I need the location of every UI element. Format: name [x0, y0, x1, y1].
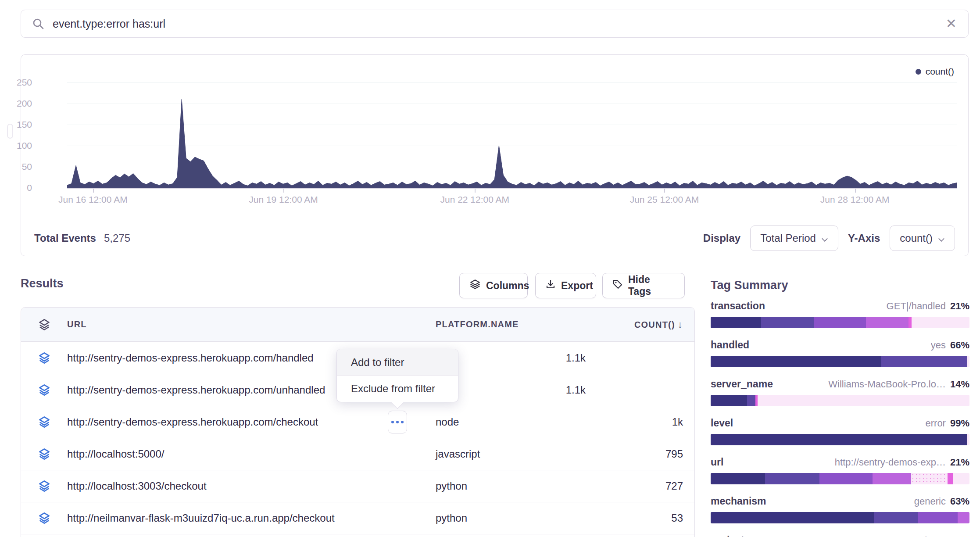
column-header-count[interactable]: COUNT()↓	[595, 319, 683, 330]
tag-bar-segment[interactable]	[747, 395, 755, 406]
tag-bar-segment[interactable]	[761, 317, 814, 328]
tag-bar-segment[interactable]	[711, 317, 761, 328]
table-row: http://neilmanvar-flask-m3uuizd7iq-uc.a.…	[21, 502, 694, 534]
count-cell[interactable]: 795	[595, 448, 683, 460]
tag-bar-segment[interactable]	[912, 317, 969, 328]
tag-bar-segment[interactable]	[908, 317, 912, 328]
platform-cell[interactable]: javascript	[436, 448, 595, 460]
url-cell[interactable]: http://sentry-demos-express.herokuapp.co…	[67, 352, 338, 364]
cell-actions-button[interactable]	[388, 411, 407, 433]
tag-bar-segment[interactable]	[967, 434, 969, 445]
x-axis-line	[67, 188, 957, 189]
tag-bar-segment[interactable]	[765, 473, 819, 484]
tag-bar-segment[interactable]	[711, 512, 874, 523]
count-header-label: COUNT()	[634, 320, 675, 329]
tag-distribution-bar[interactable]	[711, 317, 969, 328]
area-chart[interactable]	[67, 82, 957, 188]
url-cell[interactable]: http://localhost:5000/	[67, 448, 436, 460]
menu-item-add-to-filter[interactable]: Add to filter	[337, 349, 458, 376]
search-input[interactable]	[53, 18, 946, 30]
count-cell[interactable]: 1k	[595, 416, 683, 428]
tag-top-value: Williams-MacBook-Pro.lo…	[828, 379, 946, 390]
tag-bar-segment[interactable]	[819, 473, 873, 484]
tag-block: handledyes66%	[711, 339, 969, 367]
tag-top-percent: 21%	[950, 457, 969, 468]
tag-bar-segment[interactable]	[711, 473, 765, 484]
tag-bar-segment[interactable]	[948, 473, 953, 484]
tag-block: urlhttp://sentry-demos-exp…21%	[711, 456, 969, 484]
columns-button-label: Columns	[486, 280, 529, 292]
tag-top-percent: 21%	[950, 301, 969, 312]
display-dropdown[interactable]: Total Period	[750, 226, 838, 251]
x-tick-label: Jun 16 12:00 AM	[58, 194, 128, 205]
tag-top-percent: 99%	[950, 418, 969, 429]
tag-bar-segment[interactable]	[711, 356, 881, 367]
chart-legend[interactable]: count()	[916, 66, 954, 77]
column-header-platform[interactable]: PLATFORM.NAME	[436, 319, 595, 329]
count-series-area	[67, 82, 957, 188]
context-menu: Add to filter Exclude from filter	[336, 349, 458, 402]
tag-bar-segment[interactable]	[881, 356, 967, 367]
table-row: http://localhost:5000/javascript795	[21, 438, 694, 470]
yaxis-dropdown[interactable]: count()	[890, 226, 955, 251]
tag-distribution-bar[interactable]	[711, 473, 969, 484]
tag-bar-segment[interactable]	[874, 512, 918, 523]
tag-bar-segment[interactable]	[711, 434, 967, 445]
clear-search-icon[interactable]: ✕	[946, 17, 957, 30]
export-button[interactable]: Export	[535, 273, 596, 298]
x-tick-mark	[855, 189, 856, 193]
count-cell[interactable]: 1.1k	[498, 384, 586, 396]
open-stack-icon[interactable]	[21, 448, 67, 460]
tag-name: transaction	[711, 300, 765, 312]
url-cell[interactable]: http://sentry-demos-express.herokuapp.co…	[67, 416, 436, 428]
tag-block: transactionGET|/handled21%	[711, 300, 969, 328]
tag-name: url	[711, 456, 723, 468]
y-tick-label: 250	[1, 77, 32, 88]
count-cell[interactable]: 727	[595, 480, 683, 492]
legend-label: count()	[926, 66, 954, 77]
tag-top-value: express-demo	[885, 535, 946, 537]
tag-bar-segment[interactable]	[711, 395, 747, 406]
y-tick-label: 150	[1, 119, 32, 130]
tag-bar-segment[interactable]	[814, 317, 866, 328]
x-tick-label: Jun 25 12:00 AM	[630, 194, 699, 205]
layers-icon	[469, 279, 481, 293]
tag-bar-segment[interactable]	[953, 473, 969, 484]
tag-top-value: yes	[931, 340, 946, 351]
tag-top-value: GET|/handled	[887, 301, 946, 312]
tag-distribution-bar[interactable]	[711, 434, 969, 445]
column-header-url[interactable]: URL	[67, 319, 436, 329]
tag-bar-segment[interactable]	[866, 317, 908, 328]
open-stack-icon[interactable]	[21, 384, 67, 396]
url-cell[interactable]: http://sentry-demos-express.herokuapp.co…	[67, 384, 338, 396]
open-stack-icon[interactable]	[21, 416, 67, 428]
platform-cell[interactable]: python	[436, 512, 595, 524]
tag-bar-segment[interactable]	[967, 356, 969, 367]
table-row: http://localhost:3003/checkoutpython727	[21, 470, 694, 502]
tag-bar-segment[interactable]	[873, 473, 912, 484]
tag-bar-segment[interactable]	[758, 395, 969, 406]
columns-button[interactable]: Columns	[459, 273, 528, 298]
x-tick-mark	[283, 189, 284, 193]
tag-bar-segment[interactable]	[918, 512, 958, 523]
count-cell[interactable]: 1.1k	[498, 352, 586, 364]
platform-cell[interactable]: node	[436, 416, 595, 428]
tag-bar-segment[interactable]	[911, 473, 948, 484]
table-header-row: URL PLATFORM.NAME COUNT()↓	[21, 308, 694, 342]
tag-summary-list: transactionGET|/handled21%handledyes66%s…	[711, 300, 969, 537]
platform-cell[interactable]: python	[436, 480, 595, 492]
count-cell[interactable]: 53	[595, 512, 683, 524]
total-events-label: Total Events	[34, 232, 96, 244]
tag-distribution-bar[interactable]	[711, 356, 969, 367]
tag-distribution-bar[interactable]	[711, 395, 969, 406]
url-cell[interactable]: http://neilmanvar-flask-m3uuizd7iq-uc.a.…	[67, 512, 436, 524]
hide-tags-button[interactable]: Hide Tags	[602, 273, 685, 298]
tag-distribution-bar[interactable]	[711, 512, 969, 523]
open-stack-icon[interactable]	[21, 352, 67, 364]
tag-bar-segment[interactable]	[958, 512, 969, 523]
stack-column-icon	[21, 319, 67, 331]
events-chart-panel: count() 050100150200250 Jun 16 12:00 AMJ…	[21, 54, 969, 256]
open-stack-icon[interactable]	[21, 480, 67, 492]
url-cell[interactable]: http://localhost:3003/checkout	[67, 480, 436, 492]
open-stack-icon[interactable]	[21, 512, 67, 524]
